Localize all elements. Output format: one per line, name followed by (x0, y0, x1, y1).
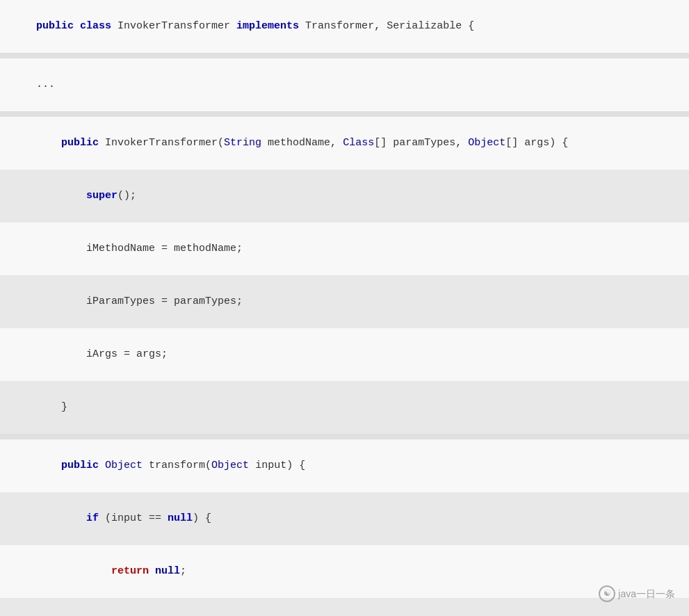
code-line: if (input == null) { (0, 492, 689, 545)
separator (0, 111, 689, 117)
code-line: } (0, 598, 689, 616)
code-line: public Object transform(Object input) { (0, 439, 689, 492)
separator (0, 434, 689, 439)
code-line: public class InvokerTransformer implemen… (0, 0, 689, 53)
code-line: } (0, 381, 689, 434)
code-line: return null; (0, 545, 689, 598)
code-line: super(); (0, 170, 689, 222)
watermark: ☯ java一日一条 (599, 585, 675, 602)
watermark-icon: ☯ (599, 585, 615, 602)
code-line: iMethodName = methodName; (0, 222, 689, 275)
code-line: ... (0, 58, 689, 111)
separator (0, 53, 689, 58)
code-line: public InvokerTransformer(String methodN… (0, 117, 689, 170)
code-line: iParamTypes = paramTypes; (0, 275, 689, 328)
watermark-text: java一日一条 (618, 586, 675, 601)
code-line: iArgs = args; (0, 328, 689, 381)
keyword: implements (236, 20, 299, 32)
keyword: class (80, 20, 111, 32)
code-container: public class InvokerTransformer implemen… (0, 0, 689, 616)
keyword: public (36, 20, 74, 32)
